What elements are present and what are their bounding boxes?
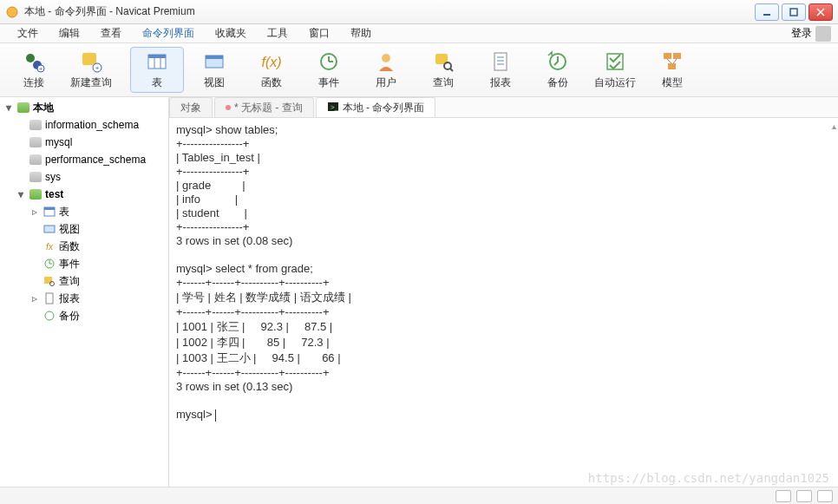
backup-icon	[43, 309, 56, 323]
tool-report[interactable]: 报表	[474, 47, 527, 93]
content-area: 对象 * 无标题 - 查询 >_本地 - 命令列界面 ▴mysql> show …	[169, 97, 838, 487]
tool-function[interactable]: f(x)函数	[245, 47, 298, 93]
tree-reports[interactable]: ▹报表	[0, 290, 168, 307]
titlebar: 本地 - 命令列界面 - Navicat Premium	[0, 0, 838, 24]
unsaved-dot-icon	[226, 105, 231, 110]
fx-icon: fx	[43, 239, 56, 253]
svg-rect-32	[664, 53, 671, 59]
svg-rect-26	[494, 53, 507, 70]
menu-window[interactable]: 窗口	[298, 24, 340, 43]
tab-cli[interactable]: >_本地 - 命令列界面	[316, 97, 436, 117]
fx-icon: f(x)	[259, 49, 284, 74]
text-cursor	[215, 409, 216, 422]
svg-rect-34	[668, 63, 676, 69]
database-icon	[29, 135, 43, 149]
svg-rect-2	[790, 9, 797, 16]
tree-db-sys[interactable]: sys	[0, 168, 168, 186]
user-icon	[374, 49, 398, 74]
menu-favorites[interactable]: 收藏夹	[205, 24, 257, 43]
database-icon	[29, 170, 43, 184]
cli-icon: >_	[327, 101, 339, 115]
search-icon	[431, 49, 455, 74]
view-icon	[43, 222, 56, 236]
table-icon	[43, 205, 56, 219]
tree-db-information-schema[interactable]: information_schema	[0, 116, 168, 134]
svg-rect-9	[82, 53, 96, 65]
tool-backup[interactable]: 备份	[531, 47, 585, 93]
main-area: ▾本地 information_schema mysql performance…	[0, 97, 838, 487]
menu-help[interactable]: 帮助	[340, 24, 382, 43]
clock-icon	[43, 257, 56, 271]
svg-rect-46	[46, 293, 53, 304]
tool-table[interactable]: 表	[130, 47, 184, 93]
tree-db-performance-schema[interactable]: performance_schema	[0, 151, 168, 168]
menu-tools[interactable]: 工具	[257, 24, 298, 43]
statusbar	[0, 487, 838, 504]
tree-events[interactable]: 事件	[0, 255, 168, 272]
tree-views[interactable]: 视图	[0, 220, 168, 238]
svg-rect-13	[148, 55, 166, 58]
avatar-icon[interactable]	[815, 26, 831, 42]
backup-icon	[546, 49, 570, 74]
tab-untitled-query[interactable]: * 无标题 - 查询	[214, 97, 314, 117]
view-icon	[202, 49, 226, 74]
menu-view[interactable]: 查看	[90, 24, 132, 43]
tool-autorun[interactable]: 自动运行	[588, 47, 642, 93]
database-icon	[29, 153, 43, 167]
menubar: 文件 编辑 查看 命令列界面 收藏夹 工具 窗口 帮助 登录	[0, 24, 838, 43]
scroll-up-icon[interactable]: ▴	[832, 121, 836, 131]
svg-point-22	[382, 54, 390, 62]
report-icon	[43, 291, 56, 305]
svg-text:+: +	[39, 65, 43, 73]
tree-queries[interactable]: 查询	[0, 272, 168, 290]
tool-model[interactable]: 模型	[645, 47, 699, 93]
database-icon	[29, 118, 43, 132]
tree-db-mysql[interactable]: mysql	[0, 134, 168, 151]
search-icon	[43, 274, 56, 288]
statusbar-button-2[interactable]	[796, 490, 812, 502]
svg-rect-33	[673, 53, 681, 59]
svg-text:f(x): f(x)	[261, 55, 281, 69]
report-icon	[488, 49, 513, 74]
svg-point-47	[45, 311, 54, 320]
tree-tables[interactable]: ▹表	[0, 203, 168, 220]
minimize-button[interactable]	[755, 3, 779, 21]
svg-text:>_: >_	[331, 103, 339, 111]
table-icon	[145, 49, 169, 74]
tool-new-query[interactable]: +新建查询	[64, 47, 118, 93]
statusbar-button-3[interactable]	[817, 490, 833, 502]
tree-functions[interactable]: fx函数	[0, 238, 168, 255]
tool-user[interactable]: 用户	[359, 47, 413, 93]
menu-cli[interactable]: 命令列界面	[132, 24, 205, 43]
server-icon	[16, 101, 30, 115]
tree-db-test[interactable]: ▾test	[0, 186, 168, 203]
plug-icon: +	[22, 49, 46, 74]
tool-event[interactable]: 事件	[302, 47, 356, 93]
tool-query[interactable]: 查询	[416, 47, 470, 93]
svg-rect-44	[44, 277, 52, 284]
svg-rect-17	[206, 56, 223, 59]
model-icon	[660, 49, 684, 74]
svg-point-5	[26, 54, 35, 62]
login-link[interactable]: 登录	[791, 26, 812, 41]
database-icon	[29, 187, 43, 201]
svg-line-25	[450, 69, 453, 71]
tool-view[interactable]: 视图	[187, 47, 241, 93]
maximize-button[interactable]	[782, 3, 806, 21]
clock-icon	[317, 49, 341, 74]
connection-tree: ▾本地 information_schema mysql performance…	[0, 97, 168, 326]
menu-edit[interactable]: 编辑	[49, 24, 90, 43]
svg-text:fx: fx	[46, 242, 54, 252]
sidebar: ▾本地 information_schema mysql performance…	[0, 97, 169, 487]
svg-line-36	[673, 59, 677, 63]
svg-rect-38	[44, 207, 55, 210]
tree-backups[interactable]: 备份	[0, 307, 168, 324]
menu-file[interactable]: 文件	[7, 24, 49, 43]
close-button[interactable]	[809, 3, 833, 21]
app-icon	[5, 5, 19, 19]
console[interactable]: ▴mysql> show tables; +----------------+ …	[169, 118, 838, 487]
tree-connection[interactable]: ▾本地	[0, 99, 168, 116]
statusbar-button-1[interactable]	[776, 490, 791, 502]
tool-connect[interactable]: +连接	[7, 47, 61, 93]
tab-objects[interactable]: 对象	[169, 97, 213, 117]
